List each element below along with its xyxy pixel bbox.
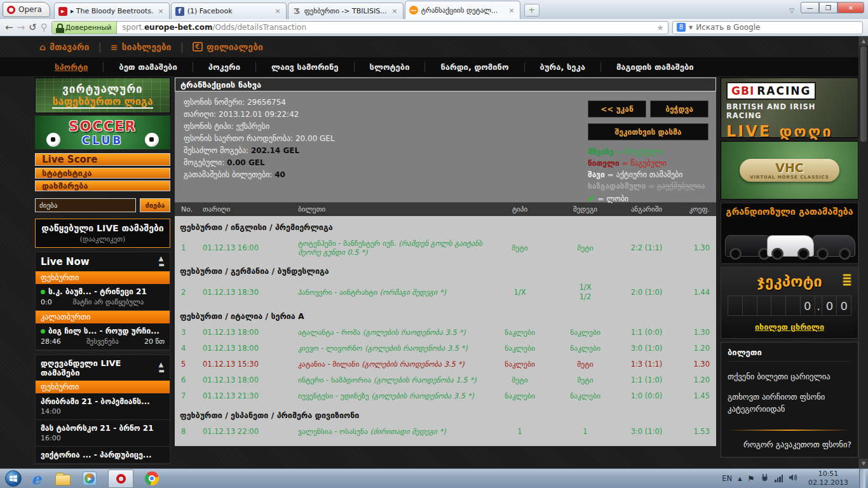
jackpot-table-link[interactable]: იხილეთ ცხრილი <box>728 322 851 332</box>
url-text[interactable]: sport.europe-bet.com/Odds/detailsTransac… <box>117 23 656 32</box>
list-icon: ≡ <box>111 42 118 52</box>
taskbar-clock[interactable]: 10:51 02.12.2013 <box>803 470 853 488</box>
sidebar-search-button[interactable]: ძიება <box>140 198 170 212</box>
internet-explorer-icon[interactable]: e <box>28 470 44 487</box>
search-bar[interactable]: 8 ▼ Искать в Google <box>672 21 863 34</box>
today-match[interactable]: პრიბრამი 21 - ბოჰემიანს... 14:00 <box>36 393 170 420</box>
help-button[interactable]: დახმარება <box>35 180 170 191</box>
table-row[interactable]: 8 01.12.13 22:00 ვალენსია - ოსასუნა (ძირ… <box>175 424 716 440</box>
reload-icon[interactable]: ↺ <box>29 23 37 32</box>
live-now-header[interactable]: Live Now ▲▬ <box>36 252 170 271</box>
address-bar[interactable]: Доверенный sport.europe-bet.com/Odds/det… <box>51 21 668 34</box>
key-icon[interactable]: ⚲ <box>41 23 48 32</box>
nav-table-games[interactable]: მაგიდის თამაშები <box>601 62 709 72</box>
network-signal-icon[interactable] <box>775 475 783 482</box>
sport-bar-football[interactable]: ფეხბურთი <box>36 271 170 284</box>
tab-transaction-active[interactable]: — ტრანსაქციის დეტალ... × <box>405 1 520 19</box>
opera-taskbar-button-active[interactable] <box>108 470 133 488</box>
restore-button[interactable]: ❐ <box>819 2 837 13</box>
today-match[interactable]: ვიქტორია ... - პარდუბიცე... <box>36 447 170 464</box>
tab-close-icon[interactable]: × <box>391 7 399 15</box>
table-row[interactable]: 7 01.12.13 21:30 იუვენტუსი - უდინეზე (გო… <box>175 388 716 404</box>
action-center-flag-icon[interactable]: ⚑ <box>747 474 755 484</box>
tab-youtube[interactable]: ▶ ▸ The Bloody Beetroots... × <box>54 3 170 19</box>
how-to-bet-link[interactable]: როგორ გავაკეთოთ ფსონი? <box>728 440 851 449</box>
live-score-button[interactable]: Live Score <box>35 153 170 166</box>
page-scrollbar[interactable]: ▲ ▼ <box>858 36 868 468</box>
bets-table: No. თარიღი ბილეთი ტიპი შედეგი ანგარიში კ… <box>175 202 716 446</box>
grand-raffle-banner[interactable]: გრანდიოზული გათამაშება <box>721 203 858 264</box>
vhc-banner[interactable]: VHC VIRTUAL HORSE CLASSICS <box>721 141 858 200</box>
sport-bar-basketball[interactable]: კალათბურთი <box>36 311 170 323</box>
tab-list-dropdown-icon[interactable]: ▽ <box>789 7 794 14</box>
statistics-button[interactable]: სტატისტიკა <box>35 168 170 179</box>
soccer-ball-icon <box>145 133 159 147</box>
today-live-widget: დღევანდელი LIVE თამაშები ▲▬ ფეხბურთი პრი… <box>35 355 170 464</box>
today-live-header[interactable]: დღევანდელი LIVE თამაშები ▲▬ <box>36 355 170 381</box>
nav-backgammon[interactable]: ნარდი, დომინო <box>425 62 524 72</box>
sidebar-search-input[interactable] <box>35 198 136 212</box>
tab-close-icon[interactable]: × <box>157 7 165 15</box>
power-plug-icon[interactable] <box>761 473 769 484</box>
minimize-button[interactable]: — <box>801 2 819 13</box>
live-now-widget: Live Now ▲▬ ფეხბურთი ს.კ. ბაუმ... - ტრინ… <box>35 252 170 351</box>
today-match[interactable]: მას ტაბორსკო 21 - ბრნო 21 16:00 <box>36 420 170 447</box>
file-explorer-icon[interactable] <box>55 470 71 487</box>
table-row[interactable]: 4 01.12.13 18:00 კიევო - ლივორნო (გოლები… <box>175 341 716 356</box>
live-match[interactable]: ბიგ ჩილ ს... - როუდ ურჩი... 28:46 შესვენ… <box>36 323 170 350</box>
nav-news[interactable]: ≡ სიახლეები <box>111 42 172 52</box>
media-player-icon[interactable]: ▶ <box>81 470 98 487</box>
google-icon: 8 <box>677 23 686 32</box>
collapse-icon[interactable]: ▲▬ <box>159 362 165 374</box>
forward-icon[interactable]: → <box>17 23 25 32</box>
speaker-icon[interactable] <box>789 473 797 484</box>
nav-poker[interactable]: პოკერი <box>193 62 256 72</box>
start-button[interactable] <box>5 470 22 487</box>
close-button[interactable]: ✕ <box>837 2 864 13</box>
started-live-games-box[interactable]: დაწყებული LIVE თამაშები (დააკლიკეთ) <box>35 219 170 248</box>
ticket-hint-text: გთხოვთ აირჩიოთ ფსონი კატეგორიიდან <box>728 391 851 416</box>
table-row[interactable]: 2 01.12.13 18:30 ჰანოვერი - აინტრახტი (ო… <box>175 280 716 305</box>
legend-won: მწვანე = მოგებული <box>588 147 709 156</box>
vhc-logo: VHC VIRTUAL HORSE CLASSICS <box>740 159 839 182</box>
nav-bet-games[interactable]: ბეთ თამაშები <box>104 62 193 72</box>
nav-home[interactable]: ⌂ მთავარი <box>39 42 89 52</box>
gbi-racing-banner[interactable]: GBI RACING BRITISH AND IRISH RACING LIVE… <box>721 78 858 138</box>
new-tab-button[interactable]: + <box>524 4 539 17</box>
table-row[interactable]: 6 01.12.13 18:00 ინტერი - სამპდორია (გოლ… <box>175 372 716 388</box>
soccer-club-banner[interactable]: SOCCER CLUB <box>35 116 170 149</box>
back-icon[interactable]: ← <box>5 23 13 32</box>
chrome-icon[interactable] <box>144 470 160 487</box>
nav-slots[interactable]: სლოტები <box>355 62 426 72</box>
nav-sport[interactable]: სპორტი <box>39 62 104 72</box>
window-controls: — ❐ ✕ <box>801 2 864 13</box>
ask-question-button[interactable]: შეკითხვის დასმა <box>588 123 709 140</box>
hidden-icons-arrow[interactable]: ▲ <box>738 476 742 482</box>
print-button[interactable]: ბეჭდვა <box>650 100 709 118</box>
show-desktop-button[interactable] <box>859 469 865 488</box>
bookmark-star-icon[interactable]: ★ <box>656 23 668 32</box>
opera-menu-label: Opera <box>18 5 42 14</box>
live-match[interactable]: ს.კ. ბაუმ... - ტრინეცი 21 0:0 მატჩი არ დ… <box>36 284 170 311</box>
nav-bura[interactable]: ბურა, სეკა <box>525 62 601 72</box>
tab-facebook[interactable]: f (1) Facebook × <box>171 3 287 19</box>
scroll-down-icon[interactable]: ▼ <box>859 459 868 468</box>
tab-close-icon[interactable]: × <box>508 6 516 15</box>
sport-bar-football[interactable]: ფეხბურთი <box>36 381 170 393</box>
scrollbar-thumb[interactable] <box>860 46 867 142</box>
back-button[interactable]: << უკან <box>588 100 646 118</box>
table-row[interactable]: 3 01.12.13 18:00 ატალანტა - რომა (გოლები… <box>175 325 716 341</box>
table-row[interactable]: 5 01.12.13 15:30 კატანია - მილანი (გოლებ… <box>175 356 716 372</box>
table-row[interactable]: 1 01.12.13 16:00 ტოტენჰემი - მანჩესტერ ი… <box>175 236 716 260</box>
search-engine-dropdown-icon[interactable]: ▼ <box>689 25 693 30</box>
nav-live-casino[interactable]: ლაივ სამორინე <box>256 62 355 72</box>
tab-football[interactable]: Ʒ ფეხბურთი -> TBILISIS... × <box>288 3 403 19</box>
collapse-icon[interactable]: ▲▬ <box>159 255 165 268</box>
language-indicator[interactable]: EN <box>722 474 732 483</box>
tab-close-icon[interactable]: × <box>274 7 282 15</box>
nav-branches[interactable]: € ფილიალები <box>193 42 263 52</box>
security-badge[interactable]: Доверенный <box>52 22 118 34</box>
opera-menu-button[interactable]: Opera <box>3 2 50 17</box>
virtual-league-banner[interactable]: ვირტუალური საფეხბურთო ლიგა <box>35 78 170 113</box>
scroll-up-icon[interactable]: ▲ <box>859 36 868 46</box>
